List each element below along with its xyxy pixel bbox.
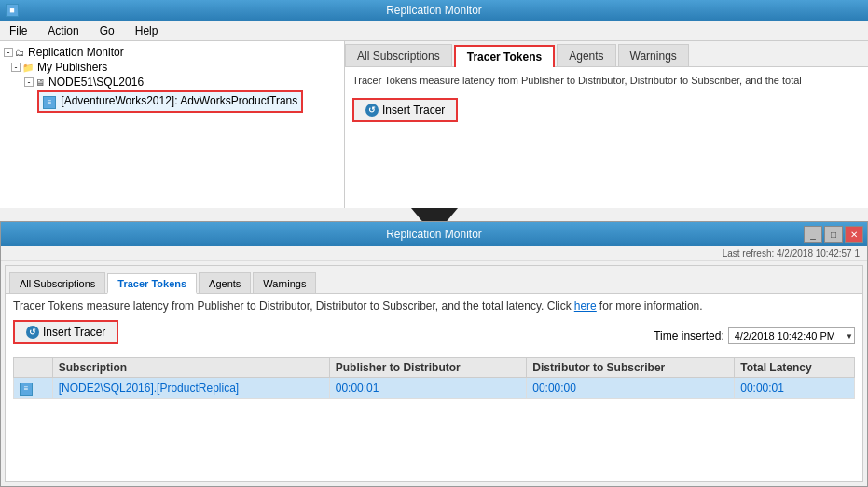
toolbar-row: ↺ Insert Tracer Time inserted: 4/2/2018 … — [13, 320, 855, 352]
insert-tracer-label-top: Insert Tracer — [382, 104, 445, 117]
col-pub-to-dist: Publisher to Distributor — [329, 358, 527, 378]
main-layout: - 🗂 Replication Monitor - 📁 My Publisher… — [0, 41, 868, 208]
db-icon: ≡ — [43, 96, 56, 109]
my-publishers-icon: 📁 — [22, 63, 34, 73]
bottom-info-suffix: for more information. — [599, 299, 703, 313]
menu-bar: File Action Go Help — [0, 21, 868, 41]
last-refresh: Last refresh: 4/2/2018 10:42:57 1 — [1, 246, 867, 261]
time-inserted-row: Time inserted: 4/2/2018 10:42:40 PM ▼ — [654, 329, 855, 342]
bottom-title-bar: Replication Monitor _ □ ✕ — [1, 222, 867, 246]
table-header-row: Subscription Publisher to Distributor Di… — [14, 358, 855, 378]
row-icon-cell: ≡ — [14, 378, 53, 399]
cell-pub-to-dist: 00:00:01 — [329, 378, 527, 399]
tree-label-replication-monitor: Replication Monitor — [28, 46, 124, 59]
col-total-latency: Total Latency — [735, 358, 855, 378]
top-tab-content: Tracer Tokens measure latency from Publi… — [345, 67, 868, 208]
data-table: Subscription Publisher to Distributor Di… — [13, 357, 855, 399]
app-title: Replication Monitor — [386, 4, 482, 17]
bottom-window: Replication Monitor _ □ ✕ Last refresh: … — [0, 221, 868, 487]
right-panel: All Subscriptions Tracer Tokens Agents W… — [345, 41, 868, 208]
col-icon — [14, 358, 53, 378]
top-info-text: Tracer Tokens measure latency from Publi… — [352, 73, 861, 89]
col-subscription: Subscription — [52, 358, 329, 378]
time-inserted-label: Time inserted: — [654, 329, 724, 342]
tab-all-subscriptions-top[interactable]: All Subscriptions — [345, 44, 452, 66]
top-title-bar: ■ Replication Monitor — [0, 0, 868, 21]
window-controls: _ □ ✕ — [804, 226, 863, 243]
insert-tracer-button-top[interactable]: ↺ Insert Tracer — [352, 98, 458, 122]
highlighted-node: ≡ [AdventureWorks2012]: AdvWorksProductT… — [37, 90, 303, 113]
cell-total-latency: 00:00:01 — [735, 378, 855, 399]
folder-icon: 🗂 — [15, 48, 24, 58]
row-icon: ≡ — [20, 383, 33, 396]
refresh-icon-bottom: ↺ — [26, 326, 39, 339]
tree-node-node51[interactable]: - 🖥 NODE51\SQL2016 — [4, 75, 340, 90]
bottom-tab-tracer-tokens[interactable]: Tracer Tokens — [107, 273, 197, 294]
tree-label-adventureworks: [AdventureWorks2012]: AdvWorksProductTra… — [61, 94, 297, 107]
tree-node-replication-monitor[interactable]: - 🗂 Replication Monitor — [4, 45, 340, 60]
menu-help[interactable]: Help — [130, 22, 164, 39]
bottom-info-text: Tracer Tokens measure latency from Publi… — [13, 299, 572, 313]
tree-node-my-publishers[interactable]: - 📁 My Publishers — [4, 60, 340, 75]
bottom-inner-panel: All Subscriptions Tracer Tokens Agents W… — [5, 265, 863, 482]
dropdown-arrow-icon: ▼ — [846, 332, 853, 341]
refresh-icon-top: ↺ — [365, 104, 379, 117]
top-tabs: All Subscriptions Tracer Tokens Agents W… — [345, 41, 868, 67]
tab-agents-top[interactable]: Agents — [557, 44, 615, 66]
expand-icon: - — [4, 48, 13, 57]
bottom-tab-warnings[interactable]: Warnings — [253, 272, 316, 293]
menu-file[interactable]: File — [4, 22, 33, 39]
close-button[interactable]: ✕ — [845, 226, 863, 243]
time-value: 4/2/2018 10:42:40 PM — [728, 327, 855, 344]
tab-warnings-top[interactable]: Warnings — [618, 44, 689, 66]
expand-icon-2: - — [11, 63, 21, 72]
server-icon: 🖥 — [35, 77, 45, 88]
tab-tracer-tokens-top[interactable]: Tracer Tokens — [454, 45, 555, 67]
table-row[interactable]: ≡ [NODE2\SQL2016].[ProductReplica] 00:00… — [14, 378, 855, 399]
bottom-window-title: Replication Monitor — [386, 228, 482, 241]
col-dist-to-sub: Distributor to Subscriber — [527, 358, 735, 378]
bottom-tabs: All Subscriptions Tracer Tokens Agents W… — [6, 266, 862, 294]
bottom-tab-all-subscriptions[interactable]: All Subscriptions — [9, 272, 105, 293]
bottom-tab-content: Tracer Tokens measure latency from Publi… — [6, 294, 862, 481]
expand-icon-3: - — [24, 77, 34, 87]
maximize-button[interactable]: □ — [824, 226, 843, 243]
insert-tracer-label-bottom: Insert Tracer — [43, 326, 105, 339]
tree-panel: - 🗂 Replication Monitor - 📁 My Publisher… — [0, 41, 345, 208]
insert-tracer-button-bottom[interactable]: ↺ Insert Tracer — [13, 320, 118, 344]
cell-subscription: [NODE2\SQL2016].[ProductReplica] — [52, 378, 329, 399]
menu-action[interactable]: Action — [42, 22, 84, 39]
tree-label-my-publishers: My Publishers — [37, 61, 107, 74]
cell-dist-to-sub: 00:00:00 — [527, 378, 735, 399]
bottom-tab-agents[interactable]: Agents — [199, 272, 251, 293]
menu-go[interactable]: Go — [94, 22, 120, 39]
bottom-info-line: Tracer Tokens measure latency from Publi… — [13, 299, 855, 313]
bottom-content: Last refresh: 4/2/2018 10:42:57 1 All Su… — [1, 246, 867, 486]
info-link[interactable]: here — [574, 299, 597, 313]
tree-node-adventureworks[interactable]: ≡ [AdventureWorks2012]: AdvWorksProductT… — [4, 90, 340, 114]
minimize-button[interactable]: _ — [804, 226, 822, 243]
tree-label-node51: NODE51\SQL2016 — [48, 76, 144, 89]
time-dropdown[interactable]: 4/2/2018 10:42:40 PM ▼ — [728, 329, 855, 342]
app-icon: ■ — [6, 4, 19, 17]
